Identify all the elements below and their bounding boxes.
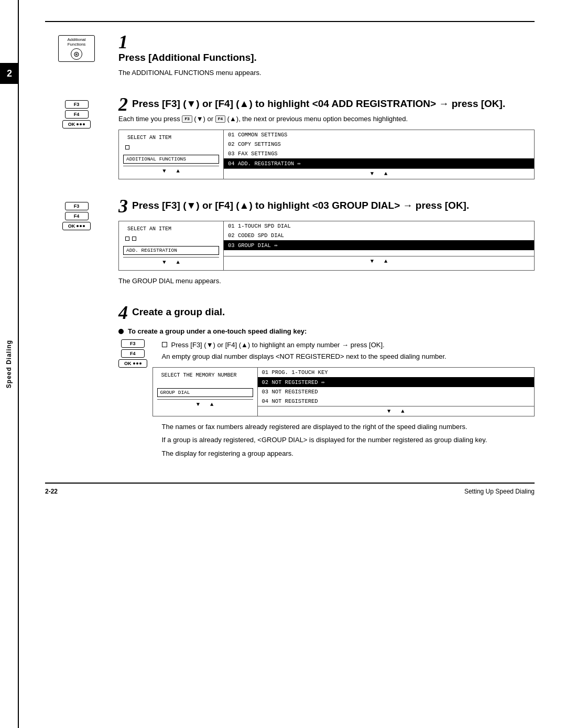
screen-4-header: SELECT THE MEMORY NUMBER bbox=[157, 371, 253, 380]
step-2-title: Press [F3] (▼) or [F4] (▲) to highlight … bbox=[132, 98, 505, 111]
screen-3-right: 01 1-TOUCH SPD DIAL 02 CODED SPD DIAL 03… bbox=[224, 221, 534, 270]
step-1: Additional Functions ⊛ 1 Press [Addition… bbox=[45, 35, 535, 83]
additional-functions-label: Additional Functions bbox=[67, 37, 85, 47]
screen3-row-03: 03 GROUP DIAL ⇔ bbox=[224, 240, 534, 250]
step4-f3-button: F3 bbox=[121, 339, 145, 348]
screen-row-03: 03 FAX SETTINGS bbox=[224, 149, 534, 158]
step3-ok-dot-1 bbox=[77, 225, 79, 227]
screen3-right-arrows: ▼ ▲ bbox=[224, 256, 534, 266]
screen4-row-02: 02 NOT REGISTERED ⇔ bbox=[258, 377, 535, 387]
screen-4-left: SELECT THE MEMORY NUMBER GROUP DIAL ▼ ▲ bbox=[153, 368, 258, 416]
screen-2-header: SELECT AN ITEM bbox=[123, 133, 219, 142]
additional-functions-circle: ⊛ bbox=[71, 48, 82, 60]
step4-ok-label: OK bbox=[124, 361, 132, 366]
down-arrow-4: ▼ bbox=[197, 401, 200, 408]
step-4-title: Create a group dial. bbox=[132, 306, 225, 319]
indent-text-4: The display for registering a group appe… bbox=[162, 448, 535, 459]
screen-right-arrows: ▼ ▲ bbox=[224, 168, 534, 178]
main-content: Additional Functions ⊛ 1 Press [Addition… bbox=[19, 0, 566, 728]
ok-label: OK bbox=[68, 122, 75, 127]
step-1-desc: The ADDITIONAL FUNCTIONS menu appears. bbox=[118, 68, 535, 78]
screen-2-label: ADDITIONAL FUNCTIONS bbox=[123, 155, 219, 164]
up-arrow-3: ▲ bbox=[177, 259, 180, 265]
step-4-number: 4 bbox=[118, 303, 128, 322]
step-3-number: 3 bbox=[118, 197, 128, 216]
screen-4-label: GROUP DIAL bbox=[157, 388, 253, 397]
ok-dots bbox=[77, 123, 85, 125]
screen-row-01: 01 COMMON SETTINGS bbox=[224, 130, 534, 140]
step-3-buttons: F3 F4 OK bbox=[62, 202, 91, 230]
step4-ok-dots bbox=[133, 362, 142, 365]
up-arrow-4: ▲ bbox=[210, 401, 213, 408]
step-2-number: 2 bbox=[118, 95, 128, 114]
step4-ok-dot-1 bbox=[133, 362, 135, 365]
page-footer: 2-22 Setting Up Speed Dialing bbox=[45, 483, 535, 495]
step3-ok-dot-2 bbox=[80, 225, 82, 227]
up-arrow-r: ▲ bbox=[384, 170, 387, 177]
down-arrow-4r: ▼ bbox=[387, 408, 390, 414]
screen3-row-01: 01 1-TOUCH SPD DIAL bbox=[224, 221, 534, 231]
page-container: 2 Speed Dialing Additional Functions ⊛ 1… bbox=[0, 0, 566, 728]
screen4-right-arrows: ▼ ▲ bbox=[258, 406, 535, 416]
step3-ok-dot-3 bbox=[83, 225, 85, 227]
f4-button: F4 bbox=[65, 110, 89, 119]
screen-sq-2 bbox=[132, 237, 136, 241]
screen-2-right: 01 COMMON SETTINGS 02 COPY SETTINGS 03 F… bbox=[224, 130, 534, 179]
step-3-title: Press [F3] (▼) or [F4] (▲) to highlight … bbox=[132, 199, 469, 212]
down-arrow-3r: ▼ bbox=[371, 258, 374, 264]
step-3: F3 F4 OK 3 Press [F3] (▼) or [F4] bbox=[45, 199, 535, 292]
step3-ok-dots bbox=[77, 225, 85, 227]
step3-ok-label: OK bbox=[68, 223, 75, 229]
step-3-after: The GROUP DIAL menu appears. bbox=[118, 276, 535, 286]
down-arrow: ▼ bbox=[162, 168, 166, 174]
step-1-content: 1 Press [Additional Functions]. The ADDI… bbox=[118, 35, 535, 83]
screen4-row-03: 03 NOT REGISTERED bbox=[258, 387, 535, 397]
checkbox-square bbox=[162, 342, 167, 347]
screen-2-left: SELECT AN ITEM ADDITIONAL FUNCTIONS ▼ ▲ bbox=[119, 130, 224, 179]
step-4-content: 4 Create a group dial. To create a group… bbox=[118, 306, 535, 467]
footer-text: Setting Up Speed Dialing bbox=[464, 488, 535, 495]
ok-dot-1 bbox=[77, 123, 79, 125]
f3-inline-icon: F3 bbox=[182, 115, 192, 123]
step-1-title: Press [Additional Functions]. bbox=[118, 51, 535, 65]
ok-dot-2 bbox=[80, 123, 82, 125]
step-2-buttons: F3 F4 OK bbox=[62, 100, 91, 129]
screen4-row-01: 01 PROG. 1-TOUCH KEY bbox=[258, 368, 535, 377]
step3-f4-button: F4 bbox=[65, 212, 89, 220]
screen-sq bbox=[125, 145, 129, 149]
step-3-content: 3 Press [F3] (▼) or [F4] (▲) to highligh… bbox=[118, 199, 535, 292]
up-arrow: ▲ bbox=[177, 168, 180, 174]
bullet-header: To create a group under a one-touch spee… bbox=[118, 327, 535, 335]
function-symbol: ⊛ bbox=[73, 50, 80, 58]
screen-4-arrows: ▼ ▲ bbox=[157, 399, 253, 409]
step-4-buttons: F3 F4 OK bbox=[118, 339, 147, 368]
checkbox-text: Press [F3] (▼) or [F4] (▲) to highlight … bbox=[171, 341, 385, 349]
f4-inline-icon: F4 bbox=[215, 115, 225, 123]
step3-ok-button: OK bbox=[62, 222, 91, 230]
step-1-left: Additional Functions ⊛ bbox=[45, 35, 108, 64]
step-1-number: 1 bbox=[118, 33, 535, 51]
step-3-screen: SELECT AN ITEM ADD. REGISTRATION ▼ ▲ 01 … bbox=[118, 221, 535, 271]
indent-text-2: The names or fax numbers already registe… bbox=[162, 422, 535, 432]
down-arrow-3: ▼ bbox=[162, 259, 166, 265]
screen-3-label: ADD. REGISTRATION bbox=[123, 246, 219, 255]
indent-text-1: An empty group dial number displays <NOT… bbox=[162, 351, 535, 362]
screen-row-04: 04 ADD. REGISTRATION ⇔ bbox=[224, 158, 534, 168]
step-2-desc: Each time you press F3 (▼) or F4 (▲), th… bbox=[118, 114, 535, 124]
step4-f4-button: F4 bbox=[121, 349, 145, 358]
up-arrow-4r: ▲ bbox=[401, 408, 404, 414]
top-border bbox=[45, 21, 535, 22]
step-3-left: F3 F4 OK bbox=[45, 199, 108, 230]
f3-button: F3 bbox=[65, 100, 89, 109]
screen3-row-02: 02 CODED SPD DIAL bbox=[224, 231, 534, 240]
step-2-content: 2 Press [F3] (▼) or [F4] (▲) to highligh… bbox=[118, 98, 535, 185]
step-2-left: F3 F4 OK bbox=[45, 98, 108, 129]
indent-text-3: If a group is already registered, <GROUP… bbox=[162, 435, 535, 445]
additional-functions-icon-box: Additional Functions ⊛ bbox=[58, 35, 95, 62]
screen-3-left: SELECT AN ITEM ADD. REGISTRATION ▼ ▲ bbox=[119, 221, 224, 270]
step4-ok-dot-2 bbox=[136, 362, 138, 365]
step4-ok-button: OK bbox=[118, 359, 147, 368]
screen-3-arrows: ▼ ▲ bbox=[123, 257, 219, 267]
checkbox-item: Press [F3] (▼) or [F4] (▲) to highlight … bbox=[162, 341, 535, 349]
screen-3-header: SELECT AN ITEM bbox=[123, 224, 219, 233]
